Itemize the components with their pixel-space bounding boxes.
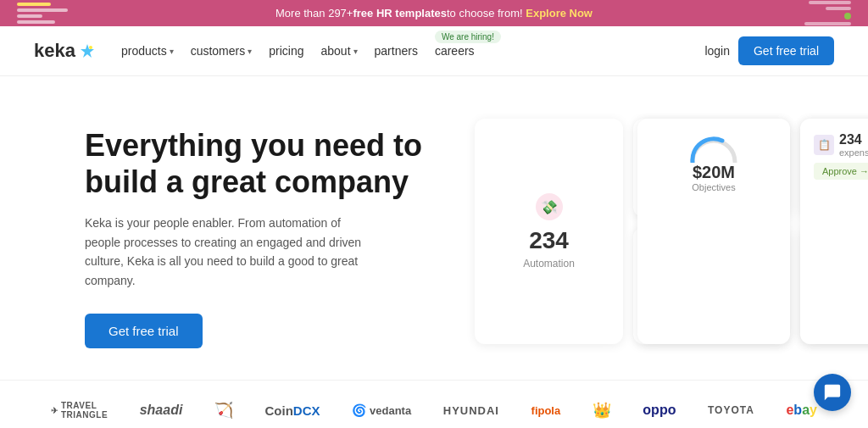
banner-dec-1 [17, 3, 51, 6]
hero-title: Everything you need to build a great com… [85, 127, 441, 200]
svg-point-0 [89, 46, 92, 49]
nav-label-about: about [320, 44, 350, 58]
nav-item-careers[interactable]: We are hiring! careers [435, 44, 475, 58]
banner-dec-3 [17, 14, 42, 18]
hero-get-free-trial-button[interactable]: Get free trial [85, 314, 203, 348]
automation-card: 💸 234 Automation [475, 119, 623, 344]
logo-hyundai: HYUNDAI [443, 404, 499, 417]
logo-ebay: ebay [786, 403, 817, 418]
travel-triangle-icon: ✈ [51, 406, 58, 415]
oppo-text: oppo [643, 403, 676, 418]
expense-card: 📋 234 expense Approve → [800, 119, 868, 344]
logo-spark-icon [79, 42, 96, 59]
nav-label-partners: partners [375, 44, 418, 58]
chevron-down-icon: ▾ [248, 47, 252, 56]
rcb-icon: 👑 [593, 401, 611, 420]
vedanta-icon: 🌀 [352, 403, 366, 417]
nav-label-pricing: pricing [269, 44, 303, 58]
logo-dreamworks: 🏹 [214, 401, 233, 420]
banner-rdec-3 [804, 22, 851, 25]
nav-label-products: products [121, 44, 167, 58]
automation-number: 234 [529, 227, 569, 254]
nav-item-about[interactable]: about ▾ [320, 44, 357, 58]
shaadi-text: shaadi [140, 403, 183, 418]
top-banner: More than 297+ free HR templates to choo… [0, 0, 868, 26]
logo-oppo: oppo [643, 403, 676, 418]
automation-icon: 💸 [536, 193, 563, 220]
nav-login[interactable]: login [704, 44, 730, 58]
hero-cards: 💸 234 Automation Analytics [441, 110, 868, 354]
expense-row: 📋 234 expense [814, 132, 868, 158]
nav-item-partners[interactable]: partners [375, 44, 418, 58]
banner-dec-4 [17, 20, 55, 24]
nav-item-pricing[interactable]: pricing [269, 44, 303, 58]
expense-label: expense [839, 147, 868, 158]
objectives-label: Objectives [692, 182, 735, 192]
cards-grid: 💸 234 Automation Analytics [475, 119, 627, 344]
banner-rdec-1 [809, 1, 851, 4]
chat-icon [823, 383, 842, 402]
banner-right-decoration [804, 1, 851, 25]
banner-highlight: free HR templates [353, 7, 447, 19]
logo-travel-triangle: ✈ TRAVELTRIANGLE [51, 401, 108, 420]
nav-item-customers[interactable]: customers ▾ [191, 44, 253, 58]
objectives-value: $20M [693, 163, 735, 182]
approve-button[interactable]: Approve → [814, 163, 868, 180]
chevron-down-icon: ▾ [353, 47, 358, 56]
nav-label-careers: careers [435, 44, 475, 58]
expense-number: 234 [839, 132, 868, 147]
expense-icon: 📋 [814, 135, 834, 155]
banner-rdec-2 [826, 7, 851, 10]
fipola-text: fipola [531, 404, 561, 417]
logo-coindcx: CoinDCX [264, 403, 320, 418]
logo-royal-challengers: 👑 [593, 401, 611, 420]
logo-fipola: fipola [531, 404, 561, 417]
nav-links: products ▾ customers ▾ pricing about ▾ p… [121, 44, 704, 58]
dreamworks-icon: 🏹 [214, 401, 233, 420]
nav-label-customers: customers [191, 44, 246, 58]
banner-cta-link[interactable]: Explore Now [526, 7, 593, 19]
hero-section: Everything you need to build a great com… [0, 76, 868, 380]
ebay-text: ebay [786, 403, 817, 418]
navbar: keka products ▾ customers ▾ pricing abou… [0, 26, 868, 76]
banner-text2: to choose from! [447, 7, 523, 19]
logo-toyota: TOYOTA [708, 404, 754, 416]
objectives-card: $20M Objectives [637, 119, 790, 344]
logo-vedanta: 🌀 vedanta [352, 403, 411, 417]
hiring-badge: We are hiring! [435, 31, 501, 43]
hero-description: Keka is your people enabler. From automa… [85, 214, 373, 290]
objectives-content: $20M Objectives [651, 132, 776, 192]
bottom-cards: $20M Objectives 📋 234 expense Approve → [637, 119, 868, 344]
logo-shaadi: shaadi [140, 403, 183, 418]
vedanta-text: vedanta [370, 404, 411, 417]
automation-label: Automation [523, 258, 575, 270]
coindcx-text: CoinDCX [264, 403, 320, 418]
hyundai-text: HYUNDAI [443, 404, 499, 417]
nav-get-free-trial-button[interactable]: Get free trial [738, 36, 834, 65]
chevron-down-icon: ▾ [170, 47, 174, 56]
logo[interactable]: keka [34, 40, 96, 62]
objectives-arc-icon [688, 132, 739, 163]
chat-bubble[interactable] [814, 374, 851, 411]
toyota-text: TOYOTA [708, 404, 754, 416]
logo-text: keka [34, 40, 75, 62]
logos-section: ✈ TRAVELTRIANGLE shaadi 🏹 CoinDCX 🌀 veda… [0, 380, 868, 428]
hero-left: Everything you need to build a great com… [85, 110, 441, 348]
banner-text: More than 297+ [275, 7, 353, 19]
banner-left-decoration [17, 3, 68, 24]
banner-dec-2 [17, 8, 68, 12]
banner-rdec-dot [844, 13, 851, 19]
nav-item-products[interactable]: products ▾ [121, 44, 174, 58]
travel-triangle-text: TRAVELTRIANGLE [61, 401, 108, 420]
expense-info: 234 expense [839, 132, 868, 158]
